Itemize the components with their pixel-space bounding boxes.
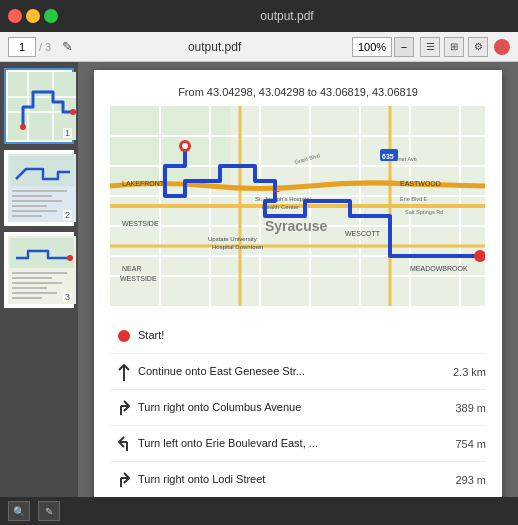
maximize-button[interactable] — [44, 9, 58, 23]
pdf-page-1: From 43.04298, 43.04298 to 43.06819, 43.… — [94, 70, 502, 497]
thumbnail-sidebar: 1 2 — [0, 62, 78, 497]
thumb-page-num-2: 2 — [63, 210, 72, 220]
svg-text:Hospital Downtown: Hospital Downtown — [212, 244, 263, 250]
svg-text:Salt Springs Rd: Salt Springs Rd — [405, 209, 443, 215]
svg-text:WESTSIDE: WESTSIDE — [122, 220, 159, 227]
thumbnail-page-1[interactable]: 1 — [4, 68, 74, 144]
edit-bottom-button[interactable]: ✎ — [38, 501, 60, 521]
turn-right-icon — [115, 397, 133, 419]
svg-rect-23 — [12, 297, 42, 299]
start-dot — [118, 330, 130, 342]
grid-icon[interactable]: ⊞ — [444, 37, 464, 57]
svg-text:Erie Blvd E: Erie Blvd E — [400, 196, 428, 202]
toolbar: / 3 ✎ output.pdf 100% − ☰ ⊞ ⚙ — [0, 32, 518, 62]
thumbnail-page-2[interactable]: 2 — [4, 150, 74, 226]
svg-text:635: 635 — [382, 153, 394, 160]
main-content: 1 2 — [0, 62, 518, 497]
svg-point-56 — [182, 143, 188, 149]
edit-icon[interactable]: ✎ — [57, 37, 77, 57]
direction-row-0: Start! — [110, 318, 486, 354]
svg-rect-18 — [12, 272, 67, 274]
title-bar: output.pdf — [0, 0, 518, 32]
page-input[interactable] — [8, 37, 36, 57]
menu-icon[interactable]: ☰ — [420, 37, 440, 57]
zoom-control: 100% − — [352, 37, 414, 57]
svg-rect-21 — [12, 287, 47, 289]
minimize-button[interactable] — [26, 9, 40, 23]
direction-text-2: Turn right onto Columbus Avenue — [138, 400, 436, 414]
svg-text:Syracuse: Syracuse — [265, 218, 327, 234]
svg-rect-9 — [12, 190, 67, 192]
thumbnail-page-3[interactable]: 3 — [4, 232, 74, 308]
thumb-image-1: 1 — [8, 72, 76, 140]
svg-text:Health Center: Health Center — [262, 204, 299, 210]
page-nav: / 3 — [8, 37, 51, 57]
direction-text-1: Continue onto East Genesee Str... — [138, 364, 436, 378]
direction-row-2: Turn right onto Columbus Avenue 389 m — [110, 390, 486, 426]
svg-text:+: + — [273, 185, 280, 199]
main-map-svg: Syracuse St. Joseph's Hospital Health Ce… — [110, 106, 485, 306]
svg-text:MEADOWBROOK: MEADOWBROOK — [410, 265, 468, 272]
svg-rect-16 — [10, 238, 74, 268]
svg-text:LAKEFRONT: LAKEFRONT — [122, 180, 165, 187]
thumb-page-num-3: 3 — [63, 292, 72, 302]
svg-point-17 — [67, 255, 73, 261]
svg-rect-20 — [12, 282, 62, 284]
svg-rect-11 — [12, 200, 62, 202]
svg-text:WESTSIDE: WESTSIDE — [120, 275, 157, 282]
svg-rect-25 — [110, 106, 230, 186]
thumb-page-num-1: 1 — [63, 128, 72, 138]
svg-rect-19 — [12, 277, 52, 279]
direction-dist-1: 2.3 km — [436, 366, 486, 378]
direction-icon-3 — [110, 433, 138, 455]
direction-icon-4 — [110, 469, 138, 491]
direction-dist-4: 293 m — [436, 474, 486, 486]
direction-dist-2: 389 m — [436, 402, 486, 414]
page-total: 3 — [45, 41, 51, 53]
thumb-image-2: 2 — [8, 154, 76, 222]
zoom-value: 100% — [352, 37, 392, 57]
svg-rect-14 — [12, 215, 42, 217]
svg-rect-10 — [12, 195, 52, 197]
window-title: output.pdf — [64, 9, 510, 23]
direction-dist-3: 754 m — [436, 438, 486, 450]
close-button[interactable] — [8, 9, 22, 23]
arrow-up-icon — [115, 361, 133, 383]
directions-list: Start! Continue onto East Genesee Str...… — [110, 318, 486, 497]
svg-point-6 — [70, 109, 76, 115]
svg-point-5 — [20, 124, 26, 130]
direction-row-3: Turn left onto Erie Boulevard East, ... … — [110, 426, 486, 462]
pdf-viewer-area: From 43.04298, 43.04298 to 43.06819, 43.… — [78, 62, 518, 497]
svg-rect-12 — [12, 205, 47, 207]
svg-rect-22 — [12, 292, 57, 294]
direction-text-4: Turn right onto Lodi Street — [138, 472, 436, 486]
zoom-in-bottom-button[interactable]: 🔍 — [8, 501, 30, 521]
main-map: Syracuse St. Joseph's Hospital Health Ce… — [110, 106, 485, 306]
toolbar-close-button[interactable] — [494, 39, 510, 55]
direction-icon-1 — [110, 361, 138, 383]
toolbar-icons: ☰ ⊞ ⚙ — [420, 37, 488, 57]
settings-icon[interactable]: ⚙ — [468, 37, 488, 57]
svg-text:EASTWOOD: EASTWOOD — [400, 180, 441, 187]
direction-text-3: Turn left onto Erie Boulevard East, ... — [138, 436, 436, 450]
zoom-out-button[interactable]: − — [394, 37, 414, 57]
svg-text:WESCOTT: WESCOTT — [345, 230, 381, 237]
toolbar-filename: output.pdf — [83, 40, 346, 54]
turn-right-icon-2 — [115, 469, 133, 491]
svg-text:NEAR: NEAR — [122, 265, 141, 272]
svg-rect-13 — [12, 210, 57, 212]
window-title-text: output.pdf — [260, 9, 313, 23]
turn-left-icon — [115, 433, 133, 455]
coords-header: From 43.04298, 43.04298 to 43.06819, 43.… — [110, 86, 486, 98]
direction-text-0: Start! — [138, 328, 436, 342]
direction-row-4: Turn right onto Lodi Street 293 m — [110, 462, 486, 497]
bottom-bar: 🔍 ✎ — [0, 497, 518, 525]
svg-text:Upstate University: Upstate University — [208, 236, 257, 242]
page-separator: / — [39, 41, 42, 53]
start-icon — [110, 330, 138, 342]
direction-icon-2 — [110, 397, 138, 419]
window-controls — [8, 9, 58, 23]
thumb-image-3: 3 — [8, 236, 76, 304]
direction-row-1: Continue onto East Genesee Str... 2.3 km — [110, 354, 486, 390]
